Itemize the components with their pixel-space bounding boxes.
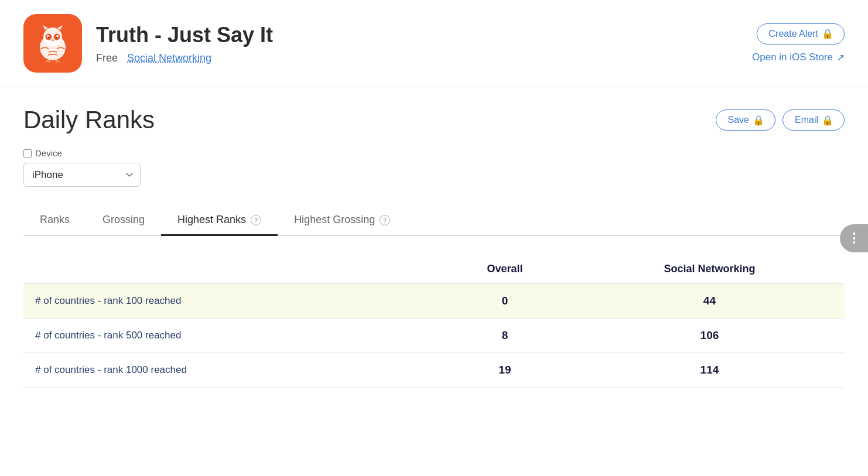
cell-overall: 0: [435, 284, 575, 319]
main-content: Daily Ranks Save 🔒 Email 🔒 Device iPhone…: [0, 87, 868, 406]
device-checkbox[interactable]: [23, 149, 32, 157]
lock-icon: 🔒: [823, 29, 832, 39]
tab-ranks-label: Ranks: [40, 214, 70, 226]
device-label-row: Device: [23, 148, 845, 158]
table-header-row: Overall Social Networking: [23, 255, 845, 284]
table-row: # of countries - rank 500 reached8106: [23, 319, 845, 353]
device-section: Device iPhone iPad: [23, 148, 845, 187]
cell-social-networking: 106: [575, 319, 845, 353]
cell-metric: # of countries - rank 1000 reached: [23, 353, 435, 388]
cell-overall: 8: [435, 319, 575, 353]
section-header: Daily Ranks Save 🔒 Email 🔒: [23, 106, 845, 134]
cell-social-networking: 114: [575, 353, 845, 388]
device-select[interactable]: iPhone iPad: [23, 163, 141, 187]
app-title: Truth - Just Say It: [96, 23, 273, 47]
header-actions: Create Alert 🔒 Open in iOS Store ↗: [752, 23, 845, 64]
col-overall: Overall: [435, 255, 575, 284]
open-ios-store-link[interactable]: Open in iOS Store ↗: [752, 52, 845, 64]
ranks-table: Overall Social Networking # of countries…: [23, 255, 845, 388]
create-alert-button[interactable]: Create Alert 🔒: [757, 23, 845, 44]
cell-social-networking: 44: [575, 284, 845, 319]
highest-grossing-help-icon[interactable]: ?: [380, 215, 390, 225]
device-label-text: Device: [35, 148, 62, 158]
tab-highest-grossing[interactable]: Highest Grossing ?: [278, 206, 406, 236]
tab-highest-ranks[interactable]: Highest Ranks ?: [161, 206, 278, 236]
col-metric: [23, 255, 435, 284]
svg-point-9: [56, 37, 57, 38]
col-social-networking: Social Networking: [575, 255, 845, 284]
fab-button[interactable]: ⋮: [840, 224, 868, 252]
app-icon: [23, 14, 82, 73]
tab-highest-ranks-label: Highest Ranks: [177, 214, 246, 226]
tabs: Ranks Grossing Highest Ranks ? Highest G…: [23, 206, 845, 236]
tab-highest-grossing-label: Highest Grossing: [294, 214, 375, 226]
tab-ranks[interactable]: Ranks: [23, 206, 86, 236]
tab-grossing-label: Grossing: [102, 214, 145, 226]
email-lock-icon: 🔒: [823, 115, 832, 125]
save-lock-icon: 🔒: [754, 115, 763, 125]
svg-point-6: [48, 37, 49, 38]
table-row: # of countries - rank 100 reached044: [23, 284, 845, 319]
tab-grossing[interactable]: Grossing: [86, 206, 161, 236]
app-meta: Free Social Networking: [96, 52, 273, 64]
save-button[interactable]: Save 🔒: [716, 109, 775, 131]
svg-marker-3: [57, 25, 63, 30]
highest-ranks-help-icon[interactable]: ?: [251, 215, 261, 225]
table-row: # of countries - rank 1000 reached19114: [23, 353, 845, 388]
section-title: Daily Ranks: [23, 106, 716, 134]
cell-metric: # of countries - rank 100 reached: [23, 284, 435, 319]
app-category[interactable]: Social Networking: [127, 52, 211, 64]
email-button[interactable]: Email 🔒: [782, 109, 845, 131]
app-header: Truth - Just Say It Free Social Networki…: [0, 0, 868, 87]
app-price: Free: [96, 52, 118, 64]
cell-overall: 19: [435, 353, 575, 388]
external-link-icon: ↗: [836, 52, 845, 64]
cell-metric: # of countries - rank 500 reached: [23, 319, 435, 353]
app-info: Truth - Just Say It Free Social Networki…: [96, 23, 273, 64]
svg-marker-2: [43, 25, 48, 30]
section-actions: Save 🔒 Email 🔒: [716, 109, 845, 131]
